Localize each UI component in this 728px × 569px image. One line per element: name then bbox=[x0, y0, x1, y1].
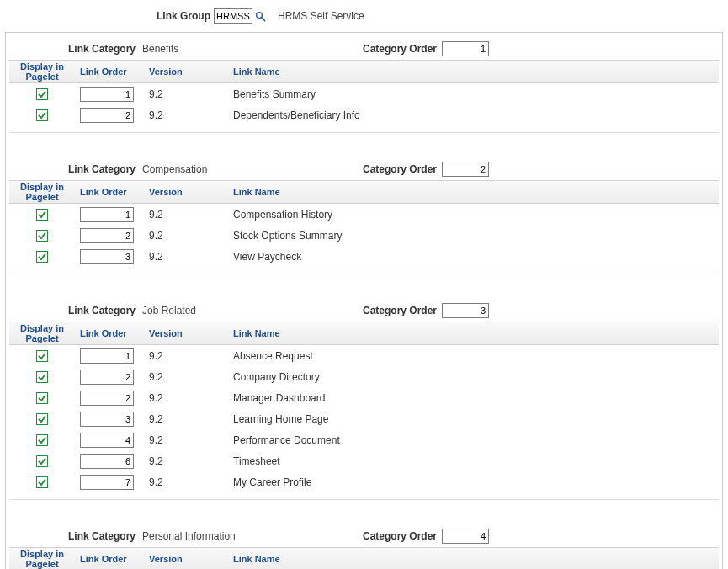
category-order-label: Category Order bbox=[363, 43, 437, 55]
table-row: 9.2Company Directory bbox=[9, 366, 719, 387]
category-header: Link CategoryJob RelatedCategory Order bbox=[9, 298, 719, 322]
col-header-name: Link Name bbox=[228, 548, 719, 569]
col-header-display: Display inPagelet bbox=[9, 322, 75, 344]
col-header-display: Display inPagelet bbox=[9, 548, 75, 569]
table-row: 9.2Learning Home Page bbox=[9, 408, 719, 429]
version-text: 9.2 bbox=[149, 230, 163, 242]
table-row: 9.2Benefits Summary bbox=[9, 83, 719, 104]
version-text: 9.2 bbox=[149, 371, 163, 383]
category-header: Link CategoryBenefitsCategory Order bbox=[9, 36, 719, 60]
display-checkbox[interactable] bbox=[36, 371, 48, 383]
category-divider bbox=[9, 499, 719, 500]
category-grid: Link CategoryBenefitsCategory OrderDispl… bbox=[5, 32, 723, 569]
category-name: Job Related bbox=[142, 305, 196, 316]
link-name-text: Dependents/Beneficiary Info bbox=[233, 109, 360, 121]
link-order-input[interactable] bbox=[80, 348, 134, 364]
link-name-text: Company Directory bbox=[233, 371, 320, 383]
category-order-label: Category Order bbox=[363, 305, 437, 316]
table-row: 9.2Compensation History bbox=[9, 204, 719, 225]
link-name-text: Benefits Summary bbox=[233, 88, 316, 100]
category-divider bbox=[9, 132, 719, 133]
display-checkbox[interactable] bbox=[36, 392, 48, 404]
column-header-row: Display inPageletLink OrderVersionLink N… bbox=[9, 547, 719, 569]
link-order-input[interactable] bbox=[80, 475, 134, 490]
link-order-input[interactable] bbox=[80, 249, 134, 264]
link-order-input[interactable] bbox=[80, 433, 134, 448]
version-text: 9.2 bbox=[149, 476, 163, 488]
table-row: 9.2Performance Document bbox=[9, 429, 719, 450]
col-header-version: Version bbox=[144, 61, 228, 82]
category-block: Link CategoryJob RelatedCategory OrderDi… bbox=[9, 298, 719, 500]
table-row: 9.2View Paycheck bbox=[9, 246, 719, 267]
link-name-text: My Career Profile bbox=[233, 476, 311, 488]
col-header-name: Link Name bbox=[228, 181, 719, 203]
col-header-order: Link Order bbox=[75, 61, 144, 82]
link-order-input[interactable] bbox=[80, 228, 134, 243]
table-row: 9.2My Career Profile bbox=[9, 471, 719, 492]
link-group-row: Link Group HRMS Self Service bbox=[5, 8, 723, 24]
table-row: 9.2Dependents/Beneficiary Info bbox=[9, 104, 719, 125]
link-name-text: Learning Home Page bbox=[233, 413, 328, 425]
category-order-label: Category Order bbox=[363, 530, 437, 542]
link-order-input[interactable] bbox=[80, 454, 134, 469]
display-checkbox[interactable] bbox=[36, 109, 48, 121]
display-checkbox[interactable] bbox=[36, 230, 48, 242]
version-text: 9.2 bbox=[149, 109, 163, 121]
link-order-input[interactable] bbox=[80, 391, 134, 406]
link-group-label: Link Group bbox=[157, 10, 210, 22]
display-checkbox[interactable] bbox=[36, 455, 48, 467]
col-header-version: Version bbox=[144, 181, 228, 203]
version-text: 9.2 bbox=[149, 209, 163, 221]
version-text: 9.2 bbox=[149, 350, 163, 362]
link-name-text: View Paycheck bbox=[233, 251, 301, 263]
link-order-input[interactable] bbox=[80, 108, 134, 123]
display-checkbox[interactable] bbox=[36, 88, 48, 100]
version-text: 9.2 bbox=[149, 413, 163, 425]
col-header-version: Version bbox=[144, 322, 228, 344]
link-name-text: Timesheet bbox=[233, 455, 280, 467]
table-row: 9.2Timesheet bbox=[9, 450, 719, 471]
column-header-row: Display inPageletLink OrderVersionLink N… bbox=[9, 180, 719, 204]
link-name-text: Manager Dashboard bbox=[233, 392, 325, 404]
col-header-display: Display inPagelet bbox=[9, 181, 75, 203]
display-checkbox[interactable] bbox=[36, 209, 48, 221]
version-text: 9.2 bbox=[149, 392, 163, 404]
category-block: Link CategoryBenefitsCategory OrderDispl… bbox=[9, 36, 719, 133]
category-name: Benefits bbox=[142, 43, 178, 55]
col-header-name: Link Name bbox=[228, 322, 719, 344]
link-group-input[interactable] bbox=[214, 8, 252, 24]
display-checkbox[interactable] bbox=[36, 476, 48, 488]
category-divider bbox=[9, 274, 719, 274]
category-header: Link CategoryPersonal InformationCategor… bbox=[9, 524, 719, 547]
link-name-text: Absence Request bbox=[233, 350, 313, 362]
display-checkbox[interactable] bbox=[36, 350, 48, 362]
link-category-label: Link Category bbox=[9, 43, 142, 55]
category-order-input[interactable] bbox=[442, 529, 489, 544]
link-name-text: Stock Options Summary bbox=[233, 230, 342, 242]
category-name: Compensation bbox=[142, 163, 207, 175]
col-header-order: Link Order bbox=[75, 181, 144, 203]
display-checkbox[interactable] bbox=[36, 413, 48, 425]
category-block: Link CategoryPersonal InformationCategor… bbox=[9, 524, 719, 569]
svg-line-1 bbox=[261, 17, 264, 20]
link-name-text: Performance Document bbox=[233, 434, 340, 446]
display-checkbox[interactable] bbox=[36, 434, 48, 446]
link-order-input[interactable] bbox=[80, 370, 134, 385]
category-order-label: Category Order bbox=[363, 163, 437, 175]
category-order-input[interactable] bbox=[442, 41, 489, 56]
link-order-input[interactable] bbox=[80, 87, 134, 102]
category-order-input[interactable] bbox=[442, 162, 489, 177]
link-order-input[interactable] bbox=[80, 412, 134, 427]
category-order-input[interactable] bbox=[442, 303, 489, 318]
table-row: 9.2Stock Options Summary bbox=[9, 225, 719, 246]
version-text: 9.2 bbox=[149, 251, 163, 263]
col-header-order: Link Order bbox=[75, 322, 144, 344]
display-checkbox[interactable] bbox=[36, 251, 48, 263]
column-header-row: Display inPageletLink OrderVersionLink N… bbox=[9, 60, 719, 83]
link-order-input[interactable] bbox=[80, 207, 134, 222]
link-category-label: Link Category bbox=[9, 305, 142, 316]
col-header-order: Link Order bbox=[75, 548, 144, 569]
col-header-version: Version bbox=[144, 548, 228, 569]
lookup-icon[interactable] bbox=[254, 10, 266, 22]
version-text: 9.2 bbox=[149, 88, 163, 100]
